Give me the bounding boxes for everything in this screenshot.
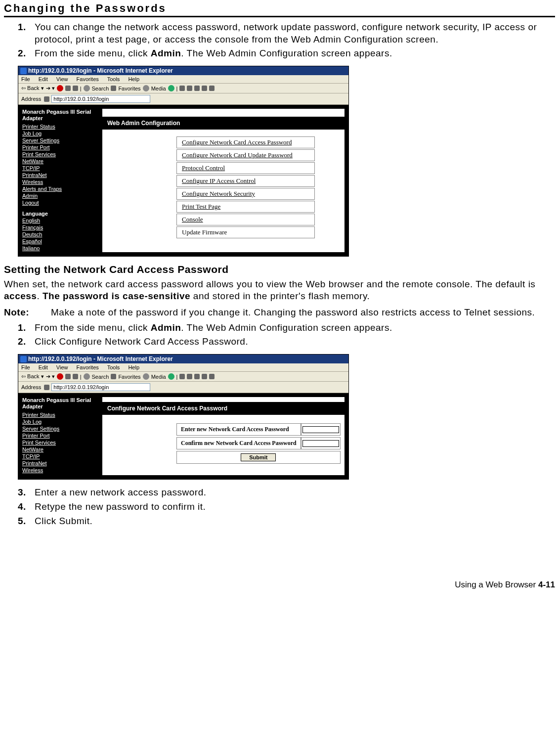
sidebar-link-tcpip[interactable]: TCP/IP [22,453,98,459]
submit-button[interactable]: Submit [241,453,276,461]
sidebar-link-wireless[interactable]: Wireless [22,467,98,473]
search-icon[interactable] [84,85,90,91]
stop-icon[interactable] [57,373,63,380]
tool-icon[interactable] [209,374,215,379]
search-button[interactable]: Search [92,374,109,380]
sidebar-link-job-log[interactable]: Job Log [22,419,98,425]
search-icon[interactable] [84,373,90,380]
sidebar-title: Monarch Pegasus III Serial Adapter [22,109,98,121]
footer-page-number: 4-11 [538,580,555,589]
sidebar-link-printer-status[interactable]: Printer Status [22,412,98,418]
sidebar-link-printer-port[interactable]: Printer Port [22,433,98,439]
menu-favorites[interactable]: Favorites [77,364,99,370]
favorites-button[interactable]: Favorites [118,374,140,380]
mail-icon[interactable] [179,374,185,379]
sidebar-link-tcpip[interactable]: TCP/IP [22,165,98,171]
menu-help[interactable]: Help [128,76,139,82]
favorites-icon[interactable] [111,374,116,379]
media-icon[interactable] [143,85,149,91]
forward-button[interactable]: ➔ ▾ [46,373,55,380]
tool-icon[interactable] [209,86,215,91]
sidebar-lang-francais[interactable]: Français [22,224,98,230]
sidebar-link-print-services[interactable]: Print Services [22,151,98,157]
opt-update-firmware[interactable]: Update Firmware [176,226,315,238]
step: 5. Click Submit. [18,515,555,528]
menu-tools[interactable]: Tools [107,364,120,370]
sidebar-lang-espanol[interactable]: Español [22,238,98,244]
menu-favorites[interactable]: Favorites [77,76,99,82]
opt-access-password[interactable]: Configure Network Card Access Password [176,136,315,148]
toolbar-sep: | [80,86,82,91]
mail-icon[interactable] [179,86,185,91]
discuss-icon[interactable] [202,86,207,91]
home-icon[interactable] [73,374,78,379]
opt-network-security[interactable]: Configure Network Security [176,188,315,200]
refresh-icon[interactable] [65,374,71,379]
sidebar-link-print-services[interactable]: Print Services [22,440,98,445]
menu-file[interactable]: File [21,76,30,82]
sidebar-link-server-settings[interactable]: Server Settings [22,137,98,143]
home-icon[interactable] [73,86,78,91]
menu-file[interactable]: File [21,364,30,370]
step-number: 1. [18,21,35,45]
pw-input-enter[interactable] [301,423,341,436]
opt-protocol-control[interactable]: Protocol Control [176,162,315,174]
sidebar-lang-deutsch[interactable]: Deutsch [22,231,98,237]
search-button[interactable]: Search [92,86,109,91]
favorites-icon[interactable] [111,86,116,91]
sidebar-link-printer-status[interactable]: Printer Status [22,124,98,130]
sidebar-lang-english[interactable]: English [22,218,98,223]
sidebar-link-job-log[interactable]: Job Log [22,131,98,136]
favorites-button[interactable]: Favorites [118,86,140,91]
pw-input-confirm[interactable] [301,437,341,449]
page-icon [44,96,49,102]
opt-console[interactable]: Console [176,214,315,225]
discuss-icon[interactable] [202,374,207,379]
sidebar-link-logout[interactable]: Logout [22,200,98,206]
address-url[interactable]: http://192.0.0.192/login [51,95,150,103]
sidebar-link-alerts-traps[interactable]: Alerts and Traps [22,186,98,192]
menu-tools[interactable]: Tools [107,76,120,82]
back-button[interactable]: ⇦ Back ▾ [21,85,44,91]
edit-icon[interactable] [194,86,200,91]
refresh-icon[interactable] [65,86,71,91]
history-icon[interactable] [168,373,174,380]
edit-icon[interactable] [194,374,200,379]
step-text: Enter a new network access password. [35,487,555,499]
sidebar-link-admin[interactable]: Admin [22,193,98,199]
panel-heading: Configure Network Card Access Password [102,402,344,415]
media-button[interactable]: Media [151,374,166,380]
step: 3. Enter a new network access password. [18,487,555,499]
panel-heading: Web Admin Configuration [102,117,344,130]
address-url[interactable]: http://192.0.0.192/login [51,383,150,391]
media-icon[interactable] [143,373,149,380]
sidebar-link-netware[interactable]: NetWare [22,158,98,164]
paragraph: When set, the network card access passwo… [4,278,555,303]
print-icon[interactable] [187,86,192,91]
note: Note: Make a note of the password if you… [4,307,555,319]
menu-view[interactable]: View [56,364,68,370]
back-button[interactable]: ⇦ Back ▾ [21,373,44,380]
sidebar-link-printranet[interactable]: PrintraNet [22,172,98,178]
menu-help[interactable]: Help [128,364,139,370]
print-icon[interactable] [187,374,192,379]
sidebar-language-label: Language [22,211,98,217]
history-icon[interactable] [168,85,174,91]
sidebar-link-printranet[interactable]: PrintraNet [22,460,98,466]
sidebar-link-server-settings[interactable]: Server Settings [22,426,98,432]
menu-edit[interactable]: Edit [39,364,48,370]
opt-update-password[interactable]: Configure Network Card Update Password [176,149,315,161]
forward-button[interactable]: ➔ ▾ [46,85,55,91]
media-button[interactable]: Media [151,86,166,91]
ie-addressbar: Address http://192.0.0.192/login [18,382,348,393]
menu-view[interactable]: View [56,76,68,82]
sidebar-link-wireless[interactable]: Wireless [22,179,98,185]
sidebar-link-netware[interactable]: NetWare [22,446,98,452]
sidebar-lang-italiano[interactable]: Italiano [22,245,98,251]
sidebar: Monarch Pegasus III Serial Adapter Print… [18,105,102,256]
sidebar-link-printer-port[interactable]: Printer Port [22,144,98,150]
menu-edit[interactable]: Edit [39,76,48,82]
stop-icon[interactable] [57,85,63,91]
opt-print-test[interactable]: Print Test Page [176,201,315,213]
opt-ip-access-control[interactable]: Configure IP Access Control [176,175,315,187]
